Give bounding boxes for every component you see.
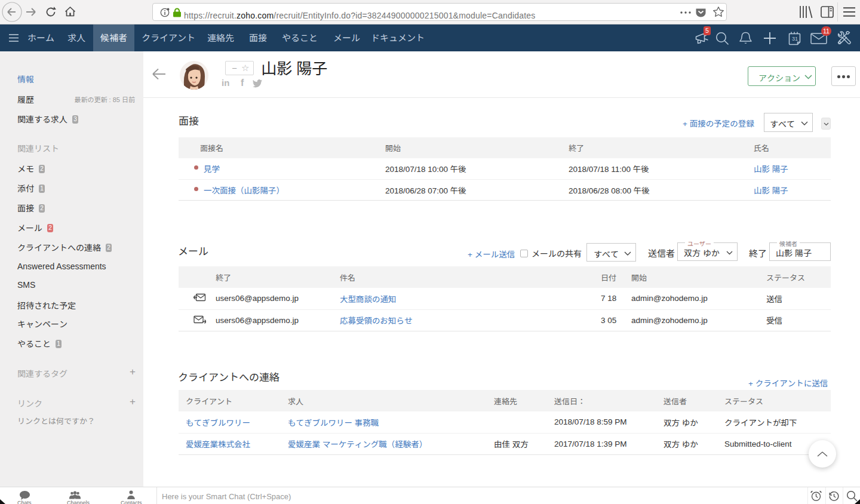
svg-text:31: 31 (792, 36, 798, 42)
